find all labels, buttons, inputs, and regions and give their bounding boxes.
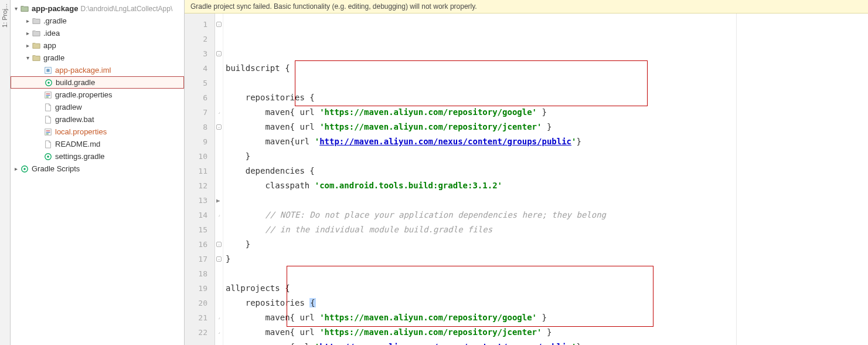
line-number[interactable]: 1 [185,17,215,32]
file-icon [43,103,53,112]
tree-item[interactable]: ▾gradle [11,52,184,64]
tree-item-label: gradlew.bat [55,115,94,124]
line-number[interactable]: 14 [185,208,215,222]
fold-marker[interactable]: ⌟ [215,325,223,340]
code-line[interactable]: allprojects { [226,281,868,296]
code-content[interactable]: buildscript { repositories { maven{ url … [223,13,868,345]
fold-marker[interactable]: - [215,46,223,61]
code-line[interactable]: // NOTE: Do not place your application d… [226,208,868,222]
fold-marker[interactable]: - [215,252,223,266]
code-line[interactable]: maven{ url 'https://maven.aliyun.com/rep… [226,120,868,134]
fold-close-icon: ⌟ [216,212,222,218]
fold-marker [215,149,223,164]
line-number[interactable]: 5 [185,76,215,90]
sync-failed-banner[interactable]: Gradle project sync failed. Basic functi… [185,0,868,13]
line-number[interactable]: 2 [185,32,215,46]
fold-open-icon: - [216,51,222,56]
line-number-gutter[interactable]: 12345678910111213141516171819202122 [185,13,215,345]
fold-marker[interactable]: - [215,237,223,252]
tool-window-gutter[interactable]: 1: Proj... [0,0,11,345]
line-number[interactable]: 18 [185,266,215,281]
line-number[interactable]: 21 [185,310,215,325]
line-number[interactable]: 12 [185,178,215,193]
chevron-right-icon[interactable]: ▸ [12,165,20,172]
fold-marker [215,164,223,178]
tree-item[interactable]: settings.gradle [11,150,184,163]
chevron-down-icon[interactable]: ▾ [12,5,20,12]
project-root[interactable]: ▾ app-package D:\android\LngLatCollectAp… [11,2,184,15]
tree-item-label: .gradle [43,16,67,25]
gradle-scripts-node[interactable]: ▸ Gradle Scripts [11,163,184,175]
tree-item[interactable]: gradle.properties [11,89,184,101]
code-line[interactable]: ▶ [226,193,868,208]
tree-item[interactable]: ▸.idea [11,27,184,39]
fold-close-icon: ⌟ [216,110,222,115]
code-line[interactable]: // in the individual module build.gradle… [226,222,868,237]
tree-item-label: gradlew [55,103,82,111]
code-line[interactable]: classpath 'com.android.tools.build:gradl… [226,178,868,193]
line-number[interactable]: 10 [185,149,215,164]
line-number[interactable]: 17 [185,252,215,266]
svg-rect-1 [46,69,49,72]
tree-item[interactable]: build.gradle [11,76,184,89]
fold-open-icon: - [216,256,222,262]
tree-item[interactable]: gradlew.bat [11,113,184,126]
tree-item[interactable]: ▸.gradle [11,15,184,27]
line-number[interactable]: 6 [185,90,215,105]
fold-marker [215,266,223,281]
code-line[interactable]: } [226,149,868,164]
line-number[interactable]: 16 [185,237,215,252]
fold-marker [215,76,223,90]
tree-item-label: local.properties [55,127,107,136]
code-line[interactable]: repositories { [226,90,868,105]
code-line[interactable]: maven{ url 'https://maven.aliyun.com/rep… [226,310,868,325]
tree-item-label: app [43,41,56,50]
line-number[interactable]: 20 [185,296,215,310]
tree-item[interactable]: gradlew [11,101,184,113]
code-line[interactable] [226,76,868,90]
tree-item[interactable]: app-package.iml [11,64,184,76]
fold-marker[interactable]: - [215,120,223,134]
code-line[interactable]: } [226,237,868,252]
code-line[interactable]: maven{url 'http://maven.aliyun.com/nexus… [226,134,868,149]
code-line[interactable]: dependencies { [226,164,868,178]
line-number[interactable]: 13 [185,193,215,208]
folder-icon [32,41,41,50]
code-line[interactable]: } [226,252,868,266]
line-number[interactable]: 3 [185,46,215,61]
svg-rect-10 [46,132,50,133]
run-gutter-icon[interactable]: ▶ [216,193,220,208]
line-number[interactable]: 11 [185,164,215,178]
code-line[interactable]: maven{ url 'https://maven.aliyun.com/rep… [226,105,868,120]
line-number[interactable]: 9 [185,134,215,149]
chevron-right-icon[interactable]: ▸ [23,30,32,36]
line-number[interactable]: 15 [185,222,215,237]
code-line[interactable]: maven{url 'http://maven.aliyun.com/nexus… [226,340,868,345]
chevron-right-icon[interactable]: ▸ [23,18,32,24]
line-number[interactable]: 19 [185,281,215,296]
line-number[interactable]: 7 [185,105,215,120]
code-line[interactable] [226,266,868,281]
tree-item[interactable]: README.md [11,138,184,150]
chevron-right-icon[interactable]: ▸ [23,42,32,49]
file-icon [43,115,53,124]
fold-marker[interactable]: ⌟ [215,310,223,325]
code-line[interactable]: maven{ url 'https://maven.aliyun.com/rep… [226,325,868,340]
code-line[interactable]: repositories { [226,296,868,310]
svg-rect-5 [46,93,50,94]
fold-marker[interactable]: - [215,17,223,32]
tree-item[interactable]: local.properties [11,126,184,138]
gradle-icon [44,78,53,87]
code-editor[interactable]: 12345678910111213141516171819202122 --⌟-… [185,13,868,345]
chevron-down-icon[interactable]: ▾ [23,55,32,61]
line-number[interactable]: 8 [185,120,215,134]
line-number[interactable]: 22 [185,325,215,340]
fold-marker[interactable]: ⌟ [215,208,223,222]
fold-column[interactable]: --⌟-⌟⌟--⌟⌟ [215,13,223,345]
tree-item-label: README.md [55,140,100,148]
tree-item[interactable]: ▸app [11,39,184,52]
fold-marker[interactable]: ⌟ [215,105,223,120]
project-tree[interactable]: ▾ app-package D:\android\LngLatCollectAp… [11,0,185,345]
code-line[interactable]: buildscript { [226,61,868,76]
line-number[interactable]: 4 [185,61,215,76]
